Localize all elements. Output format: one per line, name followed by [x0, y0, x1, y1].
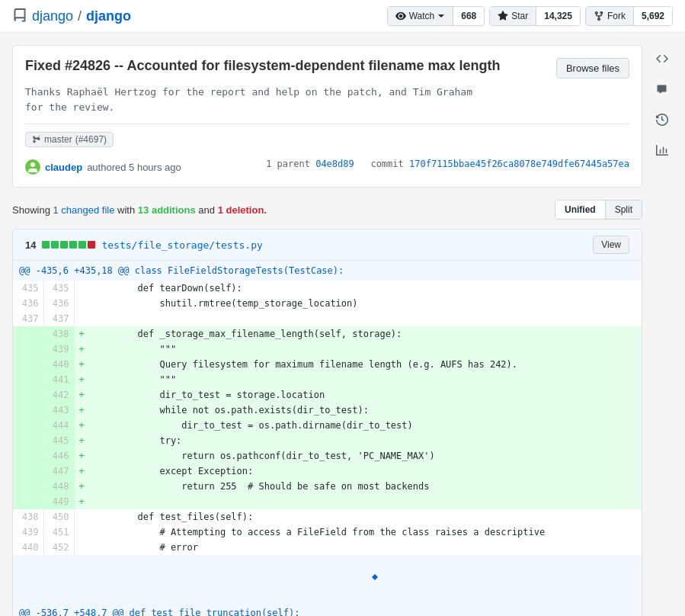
fork-label: Fork [607, 11, 626, 21]
line-sign: + [74, 326, 89, 342]
line-num-new: 452 [43, 540, 74, 555]
branch-number: (#4697) [75, 134, 107, 145]
line-code: Query filesystem for maximum filename le… [89, 357, 642, 372]
line-sign: + [74, 494, 89, 509]
line-num-new: 437 [43, 311, 74, 326]
eye-icon [395, 11, 406, 21]
line-num-new: 449 [43, 494, 74, 509]
line-code: def tearDown(self): [89, 281, 642, 296]
comment-icon[interactable] [651, 79, 673, 100]
line-sign: + [74, 448, 89, 464]
page-layout: Fixed #24826 -- Accounted for filesystem… [12, 45, 673, 616]
line-code: """ [89, 342, 642, 357]
diff-table: @@ -435,6 +435,18 @@ class FileFieldStor… [13, 261, 642, 616]
commit-hash: 170f7115bbae45f26ca8078e749dfe67445a57ea [409, 159, 629, 169]
repo-icon [12, 8, 27, 24]
bar-add-3 [60, 241, 68, 249]
commit-title-row: Fixed #24826 -- Accounted for filesystem… [25, 58, 629, 79]
avatar-icon [27, 161, 39, 173]
expand-icon [369, 571, 381, 583]
line-num-old [13, 342, 43, 357]
additions-label: 13 additions [138, 204, 196, 216]
history-icon[interactable] [651, 109, 673, 130]
line-num-old [13, 326, 43, 342]
watch-button[interactable]: Watch [388, 7, 453, 25]
line-code: return os.pathconf(dir_to_test, 'PC_NAME… [89, 448, 642, 464]
line-sign [74, 509, 89, 525]
line-code: return 255 # Should be safe on most back… [89, 479, 642, 494]
with-label: with [117, 204, 135, 216]
file-header: 14 tests/file_storage/tests.py View [13, 229, 642, 261]
line-num-old [13, 418, 43, 433]
line-num-old: 439 [13, 525, 43, 540]
line-num-old: 438 [13, 509, 43, 525]
star-button[interactable]: Star [490, 7, 536, 25]
line-sign: + [74, 464, 89, 479]
view-button[interactable]: View [593, 236, 629, 254]
chevron-icon [437, 12, 445, 20]
commit-message-line2: for the review. [25, 100, 629, 115]
diff-view-toggle: Unified Split [555, 200, 642, 220]
commit-box: Fixed #24826 -- Accounted for filesystem… [12, 45, 642, 188]
repo-separator: / [78, 8, 82, 24]
fork-count: 5,692 [633, 7, 672, 25]
stats-icon[interactable] [651, 140, 673, 161]
branch-icon [32, 135, 41, 144]
diff-stats-left: Showing 1 changed file with 13 additions… [12, 204, 267, 216]
branch-badge: master (#4697) [25, 132, 114, 147]
author-row: claudep authored 5 hours ago 1 parent 04… [25, 153, 629, 175]
line-code: # error [89, 540, 642, 555]
browse-files-button[interactable]: Browse files [556, 58, 629, 79]
line-sign: + [74, 418, 89, 433]
line-num-new: 444 [43, 418, 74, 433]
line-num-old: 440 [13, 540, 43, 555]
changed-file-link[interactable]: 1 changed file [53, 204, 115, 216]
line-num-new: 439 [43, 342, 74, 357]
page-header: django / django Watch 668 Star 14,325 [0, 0, 685, 33]
line-num-old: 435 [13, 281, 43, 296]
line-num-old [13, 448, 43, 464]
author-name[interactable]: claudep [45, 162, 82, 173]
bar-add-5 [78, 241, 86, 249]
watch-label: Watch [409, 11, 435, 21]
line-sign [74, 540, 89, 555]
watch-count: 668 [453, 7, 484, 25]
split-toggle[interactable]: Split [606, 201, 642, 219]
line-sign [74, 281, 89, 296]
file-header-left: 14 tests/file_storage/tests.py [25, 239, 263, 251]
star-group: Star 14,325 [489, 6, 581, 26]
unified-toggle[interactable]: Unified [555, 201, 606, 219]
line-code: def test_files(self): [89, 509, 642, 525]
header-actions: Watch 668 Star 14,325 Fork 5,692 [387, 6, 673, 26]
line-num-old: 437 [13, 311, 43, 326]
showing-label: Showing [12, 204, 50, 216]
line-num-old [13, 494, 43, 509]
line-code: """ [89, 372, 642, 387]
commit-meta: master (#4697) [25, 124, 629, 147]
bar-del-1 [88, 241, 95, 249]
commit-label: commit [370, 159, 403, 169]
commit-message-line1: Thanks Raphaël Hertzog for the report an… [25, 85, 629, 100]
line-sign [74, 311, 89, 326]
repo-title: django / django [12, 8, 131, 24]
fork-group: Fork 5,692 [585, 6, 673, 26]
line-num-old [13, 464, 43, 479]
line-code: except Exception: [89, 464, 642, 479]
code-icon[interactable] [651, 48, 673, 69]
parent-label: 1 parent [266, 159, 310, 169]
repo-name[interactable]: django [86, 8, 131, 24]
line-num-new: 442 [43, 387, 74, 403]
line-num-new: 443 [43, 403, 74, 418]
line-code: dir_to_test = storage.location [89, 387, 642, 403]
hunk-header: @@ -536,7 +548,7 @@ def test_file_trunca… [13, 603, 642, 616]
repo-org[interactable]: django [32, 8, 73, 24]
file-path[interactable]: tests/file_storage/tests.py [101, 239, 262, 251]
file-additions-count: 14 [25, 239, 36, 251]
fork-button[interactable]: Fork [586, 7, 633, 25]
star-icon [498, 11, 508, 21]
parent-hash[interactable]: 04e8d89 [315, 159, 354, 169]
and-label: and [198, 204, 215, 216]
line-num-new: 435 [43, 281, 74, 296]
line-code: dir_to_test = os.path.dirname(dir_to_tes… [89, 418, 642, 433]
expand-icon-row[interactable] [13, 555, 642, 603]
